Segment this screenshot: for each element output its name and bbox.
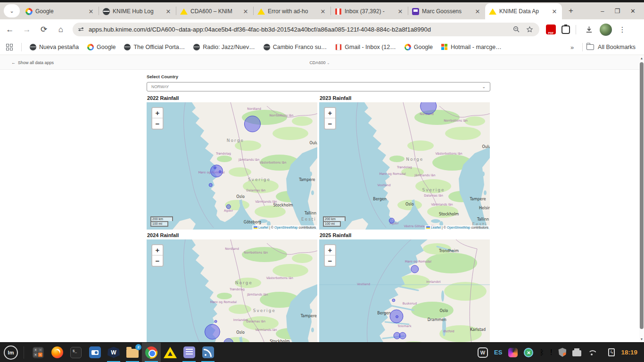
leaflet-map[interactable]: NordlandNorrbottens länOuluNorgeTrøndela…	[147, 102, 317, 230]
zoom-out-button[interactable]: −	[325, 118, 335, 129]
zoom-page-icon[interactable]	[511, 25, 521, 35]
bookmark-item[interactable]: Gmail - Inbox (12…	[331, 41, 400, 53]
browser-menu-icon[interactable]: ⋮	[618, 25, 627, 34]
terminal-taskbar-button[interactable]: $_	[66, 343, 85, 362]
tab-close-icon[interactable]: ✕	[551, 8, 558, 15]
scroll-up-icon[interactable]: ▲	[639, 56, 644, 61]
rainfall-bubble[interactable]	[214, 167, 216, 169]
windscribe-tray-icon[interactable]: W	[478, 347, 488, 358]
tab-close-icon[interactable]: ✕	[396, 8, 404, 15]
country-select[interactable]: NORWAY ⌄	[147, 82, 490, 91]
app-title[interactable]: CDA600 ⌄	[309, 60, 330, 65]
page-scrollbar[interactable]: ▲ ▼	[639, 56, 644, 342]
zoom-out-button[interactable]: −	[152, 255, 163, 266]
reload-button[interactable]: ⟳	[37, 23, 51, 37]
apps-grid-icon[interactable]	[6, 44, 13, 50]
knime-taskbar-button[interactable]	[161, 343, 180, 362]
rainfall-bubble[interactable]	[205, 324, 220, 339]
files-taskbar-button[interactable]: 2	[123, 343, 142, 362]
bookmark-item[interactable]: Google	[400, 41, 437, 53]
power-manager-icon[interactable]: ϟ	[608, 348, 615, 356]
rainfall-bubble[interactable]	[399, 332, 406, 339]
new-tab-button[interactable]: +	[565, 5, 577, 17]
profile-avatar[interactable]	[600, 24, 612, 36]
osm-link[interactable]: OpenStreetMap	[274, 226, 297, 229]
downloads-icon[interactable]	[584, 25, 594, 35]
bookmark-star-icon[interactable]	[524, 25, 535, 35]
map-label: Norge	[406, 157, 423, 162]
scrollbar-thumb[interactable]	[640, 62, 644, 329]
windscribe-taskbar-button[interactable]: W	[104, 343, 123, 362]
browser-tab-active[interactable]: KNIME Data Ap✕	[485, 3, 562, 19]
site-info-icon[interactable]	[77, 26, 85, 33]
home-button[interactable]: ⌂	[54, 23, 68, 37]
rainfall-bubble[interactable]	[215, 320, 217, 322]
browser-tab[interactable]: Inbox (37,392) -✕	[331, 3, 408, 19]
forward-button[interactable]: →	[20, 23, 34, 37]
calculator-taskbar-button[interactable]: +−×=	[29, 343, 48, 362]
color-cube-icon[interactable]	[508, 348, 518, 357]
scroll-down-icon[interactable]: ▼	[639, 337, 644, 342]
bookmark-item[interactable]: The Official Porta…	[120, 41, 189, 53]
osm-link[interactable]: OpenStreetMap	[447, 226, 470, 229]
rainfall-bubble[interactable]	[392, 299, 395, 302]
restore-icon[interactable]: ❐	[614, 8, 620, 15]
leaflet-link[interactable]: Leaflet	[258, 226, 268, 229]
zoom-out-button[interactable]: −	[152, 118, 163, 129]
bookmarks-overflow-icon[interactable]: »	[566, 44, 578, 51]
tab-close-icon[interactable]: ✕	[474, 8, 481, 15]
rainfall-bubble[interactable]	[219, 171, 221, 173]
back-button[interactable]: ←	[3, 23, 17, 37]
address-bar[interactable]: apps.hub.knime.com/d/CDA600~data-app:04a…	[73, 23, 539, 36]
chrome-taskbar-button[interactable]	[142, 343, 161, 362]
extension-icon[interactable]	[561, 25, 570, 34]
screenshot-taskbar-button[interactable]	[85, 343, 104, 362]
browser-tab[interactable]: Error with ad-ho✕	[254, 3, 330, 19]
tab-close-icon[interactable]: ✕	[319, 8, 327, 15]
tab-close-icon[interactable]: ✕	[242, 8, 249, 15]
minimize-icon[interactable]: –	[601, 8, 604, 15]
url-text[interactable]: apps.hub.knime.com/d/CDA600~data-app:04a…	[89, 26, 508, 33]
zoom-in-button[interactable]: +	[152, 245, 163, 255]
browser-tab[interactable]: Marc Goossens✕	[408, 3, 485, 19]
zoom-in-button[interactable]: +	[152, 108, 163, 118]
browser-tab[interactable]: KNIME Hub Log✕	[99, 3, 176, 19]
rainfall-bubble[interactable]	[209, 183, 212, 187]
all-bookmarks-button[interactable]: All Bookmarks	[586, 44, 644, 50]
wifi-icon[interactable]	[587, 350, 596, 355]
bookmark-item[interactable]: Nueva pestaña	[25, 41, 83, 53]
mint-menu-button[interactable]: lm	[4, 346, 18, 360]
rainfall-bubble[interactable]	[226, 205, 231, 209]
close-icon[interactable]: ✕	[630, 8, 636, 15]
keyboard-layout-indicator[interactable]: ES	[494, 349, 502, 356]
rainfall-bubble[interactable]	[411, 265, 419, 273]
clipboard-alert-icon[interactable]: !	[550, 348, 552, 357]
leaflet-link[interactable]: Leaflet	[431, 226, 441, 229]
tab-close-icon[interactable]: ✕	[165, 8, 172, 15]
bookmark-item[interactable]: Hotmail - marcge…	[437, 41, 506, 53]
shield-notification-icon[interactable]	[558, 348, 566, 357]
pdf-extension-icon[interactable]: PDF	[546, 25, 556, 34]
browser-tab[interactable]: CDA600 – KNIM✕	[176, 3, 253, 19]
leaflet-map[interactable]: NordlandNorrbottens länOuluVästerbottens…	[319, 102, 490, 230]
bluetooth-icon[interactable]: ᛒ	[539, 348, 544, 357]
clock[interactable]: 18:19	[621, 349, 637, 356]
rainfall-bubble[interactable]	[396, 315, 398, 318]
bookmark-item[interactable]: Radio: Jazz/Nuev…	[189, 41, 259, 53]
rainfall-bubble[interactable]	[244, 116, 260, 132]
zoom-in-button[interactable]: +	[325, 245, 335, 255]
remote-desktop-icon[interactable]: ✕	[524, 348, 533, 357]
rss-taskbar-button[interactable]	[198, 343, 217, 362]
tab-close-icon[interactable]: ✕	[87, 8, 95, 15]
printer-icon[interactable]	[572, 350, 581, 356]
zoom-in-button[interactable]: +	[325, 108, 335, 118]
bookmark-item[interactable]: Cambio Franco su…	[259, 41, 331, 53]
rainfall-bubble[interactable]	[389, 218, 394, 223]
show-all-data-apps-link[interactable]: ← Show all data apps	[11, 60, 54, 65]
tab-search-button[interactable]: ⌄	[4, 4, 20, 17]
bookmark-item[interactable]: Google	[83, 41, 120, 53]
browser-tab[interactable]: Google✕	[22, 3, 99, 19]
firefox-taskbar-button[interactable]	[48, 343, 66, 362]
docviewer-taskbar-button[interactable]	[180, 343, 198, 362]
zoom-out-button[interactable]: −	[325, 255, 335, 266]
